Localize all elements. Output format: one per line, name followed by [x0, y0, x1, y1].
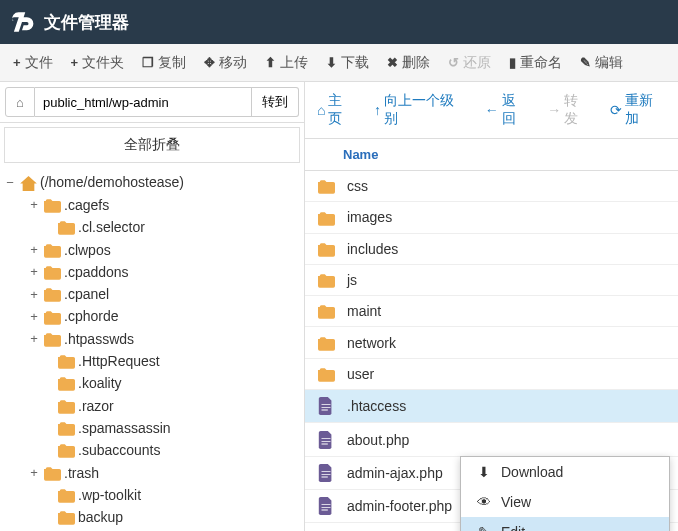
right-pane: ⌂主页 ↑向上一个级别 ←返回 →转发 ⟳重新加 Name cssimagesi… — [305, 82, 678, 531]
toolbar-label: 移动 — [219, 54, 247, 72]
file-icon — [315, 397, 337, 415]
tree-item[interactable]: +.htpasswds — [0, 328, 304, 350]
tree-item[interactable]: +.cagefs — [0, 194, 304, 216]
tree-label: .subaccounts — [78, 442, 161, 458]
file-name: .htaccess — [347, 398, 406, 414]
tree-item[interactable]: +.cpanel — [0, 283, 304, 305]
toolbar-文件夹[interactable]: +文件夹 — [62, 48, 134, 78]
folder-icon — [57, 487, 75, 503]
file-name: admin-ajax.php — [347, 465, 443, 481]
nav-back[interactable]: ←返回 — [479, 88, 535, 132]
toolbar-icon: ▮ — [509, 55, 516, 70]
collapse-icon[interactable]: − — [4, 175, 16, 190]
ctx-label: Download — [501, 464, 563, 480]
tree-item[interactable]: .cl.selector — [0, 216, 304, 238]
toolbar-文件[interactable]: +文件 — [4, 48, 62, 78]
tree-root[interactable]: −(/home/demohostease) — [0, 171, 304, 194]
app-header: 文件管理器 — [0, 0, 678, 44]
folder-icon — [43, 264, 61, 280]
tree-item[interactable]: .razor — [0, 394, 304, 416]
toolbar-复制[interactable]: ❐复制 — [133, 48, 195, 78]
nav-up[interactable]: ↑向上一个级别 — [368, 88, 473, 132]
tree-item[interactable]: backup — [0, 506, 304, 528]
ctx-view[interactable]: 👁View — [461, 487, 669, 517]
tree-item[interactable]: .HttpRequest — [0, 350, 304, 372]
toolbar-label: 复制 — [158, 54, 186, 72]
folder-icon — [57, 353, 75, 369]
folder-icon — [57, 375, 75, 391]
ctx-icon: ⬇ — [475, 464, 493, 480]
arrow-right-icon: → — [547, 102, 561, 118]
cpanel-logo — [8, 8, 36, 36]
tree-label: (/home/demohostease) — [40, 174, 184, 190]
expand-icon[interactable]: + — [28, 465, 40, 480]
file-name: maint — [347, 303, 381, 319]
file-name: js — [347, 272, 357, 288]
toolbar-icon: ↺ — [448, 55, 459, 70]
expand-icon[interactable]: + — [28, 264, 40, 279]
file-row[interactable]: network — [305, 327, 678, 358]
folder-icon — [315, 209, 337, 225]
nav-reload[interactable]: ⟳重新加 — [604, 88, 672, 132]
tree-item[interactable]: +.cphorde — [0, 305, 304, 327]
folder-icon — [43, 331, 61, 347]
tree-item[interactable]: .wp-toolkit — [0, 484, 304, 506]
tree-label: .wp-toolkit — [78, 487, 141, 503]
tree-label: .cphorde — [64, 308, 118, 324]
file-row[interactable]: .htaccess — [305, 390, 678, 423]
tree-item[interactable]: +.clwpos — [0, 238, 304, 260]
ctx-label: View — [501, 494, 531, 510]
toolbar-删除[interactable]: ✖删除 — [378, 48, 439, 78]
expand-icon[interactable]: + — [28, 331, 40, 346]
go-button[interactable]: 转到 — [252, 87, 299, 117]
tree-item[interactable]: .subaccounts — [0, 439, 304, 461]
toolbar-移动[interactable]: ✥移动 — [195, 48, 256, 78]
toolbar-label: 上传 — [280, 54, 308, 72]
tree-item[interactable]: .koality — [0, 372, 304, 394]
tree-item[interactable]: .spamassassin — [0, 417, 304, 439]
expand-icon[interactable]: + — [28, 287, 40, 302]
home-icon: ⌂ — [317, 102, 325, 118]
file-name: includes — [347, 241, 398, 257]
file-row[interactable]: maint — [305, 296, 678, 327]
arrow-up-icon: ↑ — [374, 102, 381, 118]
tree-label: .trash — [64, 465, 99, 481]
toolbar-上传[interactable]: ⬆上传 — [256, 48, 317, 78]
file-row[interactable]: includes — [305, 234, 678, 265]
expand-icon[interactable]: + — [28, 242, 40, 257]
tree-label: .cagefs — [64, 197, 109, 213]
file-row[interactable]: css — [305, 171, 678, 202]
tree-item[interactable]: +.trash — [0, 461, 304, 483]
ctx-edit[interactable]: ✎Edit — [461, 517, 669, 531]
expand-icon[interactable]: + — [28, 309, 40, 324]
toolbar-icon: + — [13, 55, 21, 70]
home-button[interactable]: ⌂ — [5, 87, 35, 117]
tree-label: .cl.selector — [78, 219, 145, 235]
tree-item[interactable]: +.cpaddons — [0, 261, 304, 283]
toolbar-下载[interactable]: ⬇下载 — [317, 48, 378, 78]
collapse-all-button[interactable]: 全部折叠 — [4, 127, 300, 163]
folder-icon — [43, 286, 61, 302]
file-row[interactable]: about.php — [305, 423, 678, 456]
path-input[interactable] — [35, 87, 252, 117]
toolbar-重命名[interactable]: ▮重命名 — [500, 48, 571, 78]
toolbar-还原[interactable]: ↺还原 — [439, 48, 500, 78]
column-header[interactable]: Name — [305, 139, 678, 171]
toolbar-编辑[interactable]: ✎编辑 — [571, 48, 632, 78]
folder-icon — [57, 420, 75, 436]
folder-icon — [43, 197, 61, 213]
file-row[interactable]: user — [305, 359, 678, 390]
home-icon: ⌂ — [16, 95, 24, 110]
file-row[interactable]: js — [305, 265, 678, 296]
home-folder-icon — [19, 174, 37, 191]
file-name: css — [347, 178, 368, 194]
file-name: network — [347, 335, 396, 351]
toolbar-label: 重命名 — [520, 54, 562, 72]
ctx-download[interactable]: ⬇Download — [461, 457, 669, 487]
expand-icon[interactable]: + — [28, 197, 40, 212]
nav-forward[interactable]: →转发 — [541, 88, 597, 132]
file-navbar: ⌂主页 ↑向上一个级别 ←返回 →转发 ⟳重新加 — [305, 82, 678, 139]
file-row[interactable]: images — [305, 202, 678, 233]
nav-home[interactable]: ⌂主页 — [311, 88, 362, 132]
toolbar-icon: + — [71, 55, 79, 70]
